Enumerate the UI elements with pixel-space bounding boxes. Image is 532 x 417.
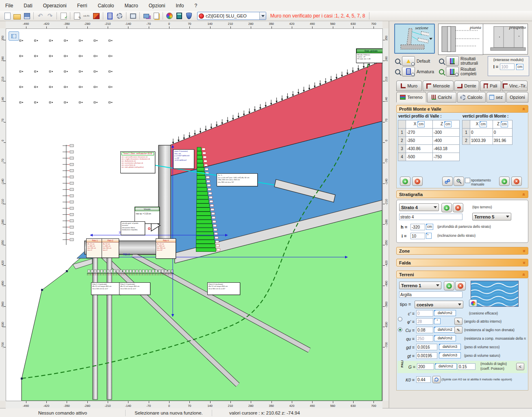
i-input[interactable] bbox=[410, 233, 425, 239]
cu-input[interactable] bbox=[416, 327, 433, 333]
menu-macro[interactable]: Macro bbox=[119, 2, 143, 10]
phi-input[interactable] bbox=[416, 318, 433, 325]
section-header-falda[interactable]: Falda« bbox=[396, 259, 528, 266]
calculator-icon[interactable] bbox=[175, 12, 183, 20]
menu-calcolo[interactable]: Calcolo bbox=[92, 2, 119, 10]
interasse-input[interactable] bbox=[500, 63, 515, 70]
section-header-zone[interactable]: Zone« bbox=[396, 247, 528, 255]
load-case-combobox[interactable]: c2)[GEO] SLU_GEO bbox=[197, 12, 266, 20]
gd-input[interactable] bbox=[416, 344, 437, 350]
table-row[interactable]: 4-500-750 bbox=[398, 153, 460, 161]
tab-sez[interactable]: sez bbox=[486, 92, 506, 103]
drawing-canvas[interactable]: 350.0 750.0 Tema 1 | Sism. verificata fw… bbox=[6, 28, 382, 401]
tab-mensole[interactable]: Mensole bbox=[423, 81, 453, 91]
table-row[interactable]: 21003.39391.96 bbox=[463, 137, 512, 145]
k0-input[interactable] bbox=[416, 376, 431, 383]
menu-dati[interactable]: Dati bbox=[18, 2, 37, 10]
gt-input[interactable] bbox=[416, 352, 437, 359]
section-header-stratigrafia[interactable]: Stratigrafia« bbox=[396, 190, 528, 198]
undrained-radio[interactable] bbox=[398, 327, 402, 332]
armatura-view-button[interactable] bbox=[402, 67, 415, 76]
phi-edit-button[interactable]: ✎ bbox=[454, 318, 463, 325]
qu-input[interactable] bbox=[416, 335, 433, 342]
default-view-button[interactable] bbox=[402, 56, 415, 66]
menu-operazioni[interactable]: Operazioni bbox=[38, 2, 72, 10]
expand-icon[interactable]: « bbox=[521, 261, 527, 264]
save-icon[interactable] bbox=[23, 12, 31, 20]
preview-pianta[interactable]: pianta bbox=[438, 24, 483, 55]
dual-view-icon[interactable] bbox=[142, 12, 150, 20]
valle-add-button[interactable]: + bbox=[400, 177, 410, 186]
menu-file[interactable]: File bbox=[0, 2, 18, 10]
tab-calcolo[interactable]: Calcolo bbox=[457, 92, 486, 103]
menu-help[interactable]: ? bbox=[189, 2, 202, 10]
strato-add-button[interactable]: + bbox=[441, 203, 452, 212]
canvas-zoom-tool-button[interactable] bbox=[9, 31, 19, 41]
strato-delete-button[interactable]: × bbox=[453, 203, 463, 212]
poisson-input[interactable] bbox=[458, 363, 476, 370]
rebar-ladder-icon[interactable] bbox=[106, 12, 114, 20]
shield-icon[interactable] bbox=[185, 12, 193, 20]
form-edit-icon[interactable] bbox=[73, 12, 81, 20]
tipo-select[interactable]: coesivo bbox=[415, 301, 463, 308]
menu-ferri[interactable]: Ferri bbox=[72, 2, 93, 10]
preview-sezione[interactable]: sezione bbox=[394, 24, 435, 54]
menu-opzioni[interactable]: Opzioni bbox=[143, 2, 171, 10]
rck-fe-icon[interactable]: rck Fe bbox=[83, 12, 91, 20]
spostamento-checkbox[interactable] bbox=[465, 178, 470, 183]
tab-pali[interactable]: Pali bbox=[480, 81, 501, 91]
c-input[interactable] bbox=[416, 310, 433, 317]
edit-check-icon[interactable] bbox=[59, 12, 67, 20]
preview-monitor-icon[interactable] bbox=[129, 12, 137, 20]
tab-dente[interactable]: Dente bbox=[454, 81, 479, 91]
join-profiles-button[interactable] bbox=[442, 177, 453, 186]
table-row[interactable]: 3-430.86-463.18 bbox=[398, 145, 460, 153]
section-header-terreni[interactable]: Terreni« bbox=[396, 271, 528, 278]
collapse-icon[interactable]: « bbox=[521, 107, 527, 110]
preview-prospetto[interactable]: prospetto bbox=[483, 24, 528, 55]
redo-icon[interactable] bbox=[46, 12, 54, 20]
tab-vinc-tir[interactable]: Vinc.-Tir. bbox=[502, 81, 528, 91]
k0-refresh-button[interactable] bbox=[432, 376, 441, 383]
risultati-strutturali-button[interactable] bbox=[446, 56, 459, 66]
section-fill-icon[interactable] bbox=[92, 12, 100, 20]
terreno-select[interactable]: Terreno 1 bbox=[399, 282, 441, 289]
terreno-strato-select[interactable]: Terreno 5 bbox=[472, 213, 511, 221]
strato-name-input[interactable] bbox=[399, 214, 463, 220]
undo-icon[interactable] bbox=[36, 12, 44, 20]
monte-delete-button[interactable]: × bbox=[511, 177, 522, 186]
valle-table[interactable]: X cm Z cm 1-270-3002-350-4003-430.86-463… bbox=[398, 120, 460, 161]
table-row[interactable]: 100 bbox=[463, 129, 512, 137]
tab-terreno[interactable]: Terreno bbox=[396, 92, 426, 103]
strato-select[interactable]: Strato 4 bbox=[399, 203, 439, 211]
collapse-icon[interactable]: « bbox=[521, 193, 527, 196]
zoom-profile-button[interactable] bbox=[454, 177, 464, 186]
cu-edit-button[interactable]: ✎ bbox=[454, 326, 463, 334]
combo-dropdown-icon[interactable] bbox=[259, 12, 266, 20]
open-folder-icon[interactable] bbox=[13, 12, 21, 20]
section-header-profili[interactable]: Profili Monte e Valle« bbox=[396, 105, 528, 113]
terreno-name-input[interactable] bbox=[399, 291, 463, 298]
collapse-icon[interactable]: « bbox=[521, 273, 527, 276]
gear-icon[interactable] bbox=[115, 12, 124, 20]
drained-radio[interactable] bbox=[398, 317, 402, 321]
tab-carichi[interactable]: Carichi bbox=[427, 92, 456, 103]
monte-table[interactable]: X cm Z cm 10021003.39391.96 bbox=[462, 120, 512, 145]
h-input[interactable] bbox=[410, 224, 425, 230]
g-less-button[interactable]: < bbox=[516, 363, 524, 370]
expand-icon[interactable]: « bbox=[521, 249, 527, 252]
tab-muro[interactable]: Muro bbox=[396, 81, 422, 91]
g-input[interactable] bbox=[417, 363, 434, 370]
new-doc-icon[interactable] bbox=[3, 12, 11, 20]
page-copy-icon[interactable] bbox=[152, 12, 160, 20]
risultati-completi-button[interactable] bbox=[446, 67, 459, 76]
valle-delete-button[interactable]: × bbox=[412, 177, 423, 186]
color-wheel-icon[interactable] bbox=[165, 12, 174, 20]
tab-opzioni[interactable]: Opzioni bbox=[506, 92, 528, 103]
table-row[interactable]: 1-270-300 bbox=[398, 129, 460, 137]
terreno-add-button[interactable]: + bbox=[444, 281, 454, 290]
texture-color-button[interactable] bbox=[469, 299, 477, 307]
table-row[interactable]: 2-350-400 bbox=[398, 137, 460, 145]
menu-info[interactable]: Info bbox=[170, 2, 189, 10]
monte-add-button[interactable]: + bbox=[499, 177, 510, 186]
